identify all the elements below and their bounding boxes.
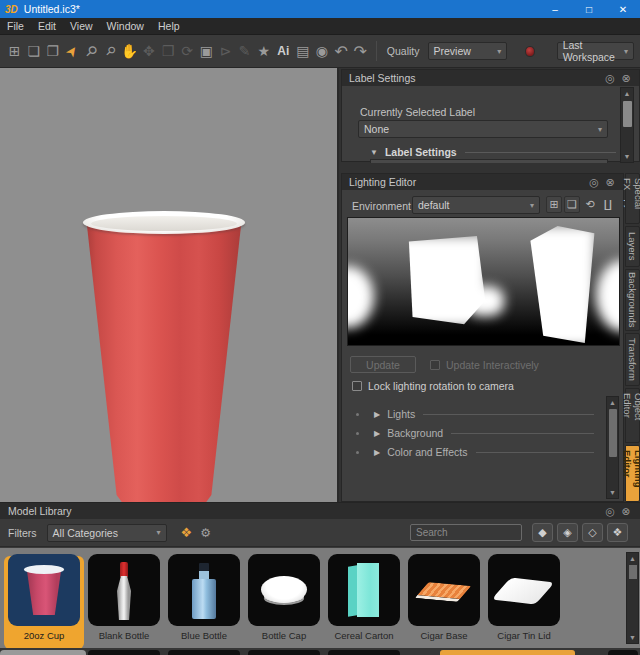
gear-icon[interactable]: ⚙ (200, 526, 211, 540)
menu-file[interactable]: File (0, 18, 31, 34)
menu-edit[interactable]: Edit (31, 18, 63, 34)
viewport-3d[interactable] (0, 68, 339, 502)
scroll-up-icon[interactable]: ▲ (607, 397, 618, 408)
app-window: 3D Untitled.ic3* – □ ✕ File Edit View Wi… (0, 0, 640, 655)
scrollbar-thumb[interactable] (609, 409, 617, 457)
environment-preview[interactable] (347, 217, 620, 346)
menu-view[interactable]: View (63, 18, 100, 34)
label-panel-scrollbar[interactable]: ▲ ▼ (620, 87, 634, 163)
scroll-down-icon[interactable]: ▼ (621, 151, 633, 162)
tab-object-editor[interactable]: Object Editor (625, 388, 640, 443)
env-delete-icon[interactable]: ∐ (600, 196, 616, 213)
redo-icon[interactable]: ↷ (352, 40, 369, 62)
edit-tool-icon[interactable]: ✎ (236, 40, 253, 62)
scroll-up-icon[interactable]: ▲ (621, 88, 633, 99)
panel-title: Label Settings (349, 72, 416, 84)
menu-window[interactable]: Window (100, 18, 151, 34)
duplicate-tool-icon[interactable]: ❒ (159, 40, 176, 62)
partial-row-tile (0, 650, 86, 655)
minimize-button[interactable]: – (538, 0, 572, 18)
thumbnail-cigar-base[interactable] (408, 554, 480, 626)
env-refresh-icon[interactable]: ⟲ (582, 196, 598, 213)
titlebar: 3D Untitled.ic3* – □ ✕ (0, 0, 640, 18)
thumbnail-blue-bottle[interactable] (168, 554, 240, 626)
snapshot-camera-icon[interactable]: ◉ (313, 40, 330, 62)
library-scrollbar[interactable]: ▲ ▼ (626, 552, 639, 644)
open-file-icon[interactable]: ❏ (25, 40, 42, 62)
ai-print-icon[interactable]: ▤ (294, 40, 311, 62)
library-cube-4-icon[interactable]: ❖ (607, 523, 628, 542)
undo-icon[interactable]: ↶ (333, 40, 350, 62)
background-section[interactable]: ▶ Background (374, 427, 594, 439)
workspace-dropdown[interactable]: Last Workspace ▾ (557, 42, 634, 60)
scrollbar-thumb[interactable] (629, 565, 637, 579)
thumbnail-cigar-tin-lid[interactable] (488, 554, 560, 626)
maximize-button[interactable]: □ (572, 0, 606, 18)
selected-label-dropdown[interactable]: None ▾ (358, 120, 608, 138)
color-effects-section[interactable]: ▶ Color and Effects (374, 446, 594, 458)
scroll-up-icon[interactable]: ▲ (627, 553, 638, 564)
tab-backgrounds[interactable]: Backgrounds (625, 269, 640, 331)
close-button[interactable]: ✕ (606, 0, 640, 18)
forward-tool-icon[interactable]: ⊳ (217, 40, 234, 62)
new-document-icon[interactable]: ⊞ (6, 40, 23, 62)
thumbnail-cereal-carton[interactable] (328, 554, 400, 626)
library-cube-2-icon[interactable]: ◈ (557, 523, 578, 542)
panel-title: Lighting Editor (349, 176, 416, 188)
model-library-header[interactable]: Model Library ◎ ⊗ (0, 503, 640, 519)
tab-layers[interactable]: Layers (625, 226, 640, 266)
menu-help[interactable]: Help (151, 18, 187, 34)
lighting-panel-scrollbar[interactable]: ▲ ▼ (606, 396, 619, 499)
clipped-field (370, 159, 608, 163)
label-settings-header[interactable]: Label Settings ◎ ⊗ (342, 70, 639, 86)
favorites-icon[interactable]: ★ (255, 40, 272, 62)
library-cube-3-icon[interactable]: ◇ (582, 523, 603, 542)
tab-special-fx[interactable]: Special FX (625, 173, 640, 224)
move-tool-icon[interactable]: ✥ (140, 40, 157, 62)
selected-label-caption: Currently Selected Label (360, 106, 475, 118)
update-interactively-checkbox[interactable] (430, 360, 440, 370)
panel-close-icon[interactable]: ⊗ (620, 505, 632, 517)
update-interactively-row[interactable]: Update Interactively (430, 359, 539, 371)
lock-rotation-row[interactable]: Lock lighting rotation to camera (352, 380, 514, 392)
update-button[interactable]: Update (350, 356, 416, 373)
label-settings-section[interactable]: ▼ Label Settings (370, 146, 616, 158)
red-cup-model[interactable] (85, 211, 243, 502)
quality-dropdown[interactable]: Preview ▾ (428, 42, 508, 60)
scrollbar-thumb[interactable] (623, 101, 632, 127)
panel-close-icon[interactable]: ⊗ (620, 72, 632, 84)
env-save-icon[interactable]: ❏ (564, 196, 580, 213)
thumbnail-bottle-cap[interactable] (248, 554, 320, 626)
scroll-down-icon[interactable]: ▼ (607, 487, 618, 498)
tab-transform[interactable]: Transform (625, 333, 640, 386)
thumbnail-blank-bottle[interactable] (88, 554, 160, 626)
scrollbar-thumb[interactable] (440, 650, 575, 655)
record-button[interactable] (525, 46, 534, 57)
frame-select-tool-icon[interactable]: ▣ (198, 40, 215, 62)
tab-lighting-editor[interactable]: Lighting Editor (625, 445, 640, 502)
env-new-icon[interactable]: ⊞ (546, 196, 562, 213)
lighting-editor-panel: Lighting Editor ◎ ⊗ Environment default … (341, 173, 624, 502)
library-cube-1-icon[interactable]: ◆ (532, 523, 553, 542)
lights-section[interactable]: ▶ Lights (374, 408, 594, 420)
ai-import-icon[interactable]: Ai (274, 40, 292, 62)
scroll-down-icon[interactable]: ▼ (627, 632, 638, 643)
library-bottom-scrollbar[interactable] (0, 648, 640, 655)
panel-close-icon[interactable]: ⊗ (604, 176, 616, 188)
lock-rotation-checkbox[interactable] (352, 381, 362, 391)
pan-tool-icon[interactable]: ✋ (121, 40, 138, 62)
lighting-editor-header[interactable]: Lighting Editor ◎ ⊗ (342, 174, 623, 190)
thumbnail-20oz-cup[interactable] (8, 554, 80, 626)
main-toolbar: ⊞ ❏ ❐ ➤ ⚲ ⚲ ✋ ✥ ❒ ⟳ ▣ ⊳ ✎ ★ Ai ▤ ◉ ↶ ↷ Q… (0, 35, 640, 68)
window-title: Untitled.ic3* (24, 3, 80, 15)
rotate-tool-icon[interactable]: ⟳ (179, 40, 196, 62)
panel-settings-icon[interactable]: ◎ (604, 505, 616, 517)
panel-settings-icon[interactable]: ◎ (604, 72, 616, 84)
category-dropdown[interactable]: All Categories ▾ (47, 524, 167, 542)
model-cube-icon[interactable]: ❖ (181, 525, 193, 540)
panel-settings-icon[interactable]: ◎ (588, 176, 600, 188)
filters-label: Filters (8, 527, 37, 539)
environment-dropdown[interactable]: default ▾ (412, 196, 540, 214)
chevron-down-icon: ▾ (592, 125, 602, 134)
search-input[interactable] (410, 524, 522, 541)
